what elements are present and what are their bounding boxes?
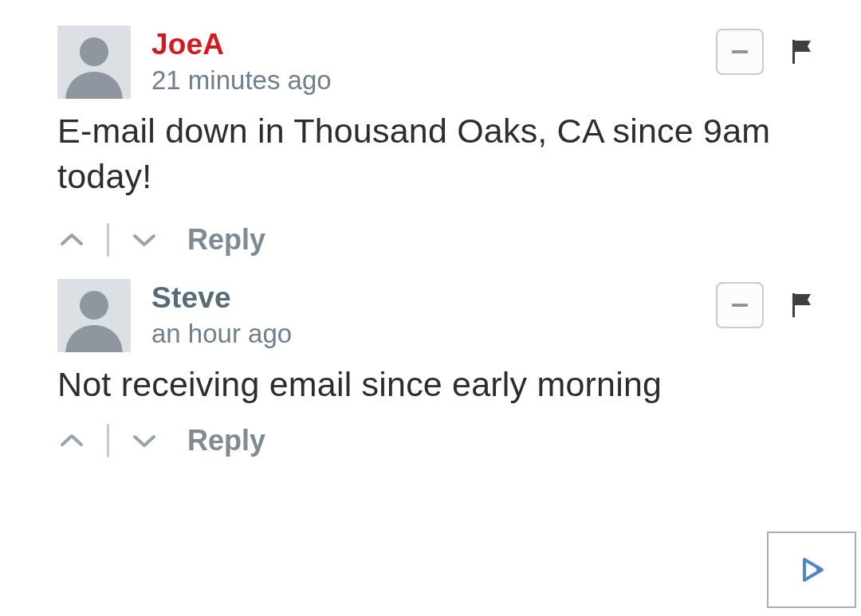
minus-icon xyxy=(732,304,748,307)
chevron-down-icon xyxy=(132,433,156,449)
comment-body: Not receiving email since early morning xyxy=(57,352,829,407)
reply-button[interactable]: Reply xyxy=(179,424,265,457)
comment-body: E-mail down in Thousand Oaks, CA since 9… xyxy=(57,99,829,199)
ad-badge[interactable] xyxy=(767,532,856,608)
svg-point-0 xyxy=(80,37,108,66)
avatar-placeholder-icon xyxy=(57,26,131,99)
comment-header-actions xyxy=(716,279,829,328)
flag-icon xyxy=(790,38,816,65)
comment: Steve an hour ago Not receiving email si… xyxy=(57,260,829,458)
reply-button[interactable]: Reply xyxy=(179,223,265,257)
flag-button[interactable] xyxy=(786,35,820,69)
chevron-up-icon xyxy=(60,232,84,248)
upvote-button[interactable] xyxy=(57,426,86,455)
comment-meta: JoeA 21 minutes ago xyxy=(131,26,332,98)
comment-timestamp[interactable]: an hour ago xyxy=(151,317,292,351)
flag-button[interactable] xyxy=(786,288,820,322)
chevron-down-icon xyxy=(132,232,156,248)
comment-timestamp[interactable]: 21 minutes ago xyxy=(151,64,332,98)
flag-icon xyxy=(790,292,816,319)
divider xyxy=(107,223,109,257)
downvote-button[interactable] xyxy=(130,226,159,254)
comment-header: JoeA 21 minutes ago xyxy=(57,26,829,99)
comment-header-actions xyxy=(716,26,829,75)
comment: JoeA 21 minutes ago E-mail down in Thous… xyxy=(57,6,829,257)
svg-point-1 xyxy=(80,291,108,320)
svg-point-2 xyxy=(816,567,821,571)
comment-actions: Reply xyxy=(57,199,829,257)
collapse-button[interactable] xyxy=(716,282,764,328)
comment-author[interactable]: JoeA xyxy=(151,27,332,62)
avatar[interactable] xyxy=(57,279,131,352)
downvote-button[interactable] xyxy=(130,426,159,455)
avatar[interactable] xyxy=(57,26,131,99)
avatar-placeholder-icon xyxy=(57,279,131,352)
upvote-button[interactable] xyxy=(57,226,86,254)
minus-icon xyxy=(732,50,748,53)
collapse-button[interactable] xyxy=(716,29,764,75)
play-icon xyxy=(795,553,828,587)
comment-header: Steve an hour ago xyxy=(57,279,829,352)
comment-author[interactable]: Steve xyxy=(151,281,292,316)
comment-actions: Reply xyxy=(57,406,829,457)
comment-meta: Steve an hour ago xyxy=(131,279,292,351)
comments-list: JoeA 21 minutes ago E-mail down in Thous… xyxy=(0,0,861,457)
chevron-up-icon xyxy=(60,433,84,449)
divider xyxy=(107,424,109,457)
